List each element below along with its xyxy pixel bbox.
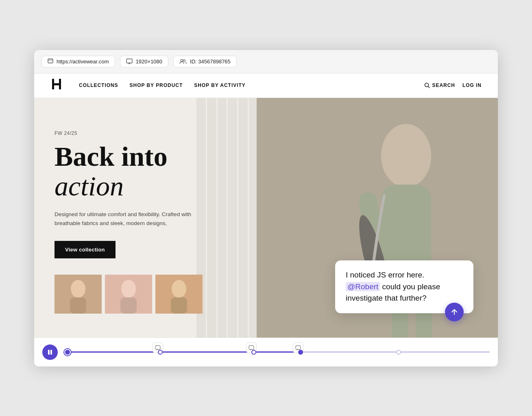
resolution-text: 1920×1080 bbox=[136, 58, 162, 65]
timeline-track[interactable] bbox=[64, 347, 490, 358]
nav-shop-activity[interactable]: SHOP BY ACTIVITY bbox=[194, 82, 246, 88]
svg-rect-26 bbox=[171, 297, 187, 314]
logo-icon bbox=[50, 78, 63, 90]
timeline-marker-2[interactable] bbox=[251, 350, 256, 355]
nav-links: COLLECTIONS SHOP BY PRODUCT SHOP BY ACTI… bbox=[79, 82, 424, 88]
website-content: COLLECTIONS SHOP BY PRODUCT SHOP BY ACTI… bbox=[34, 74, 498, 366]
svg-rect-2 bbox=[126, 59, 132, 63]
browser-bar: https://activewear.com 1920×1080 ID: 345… bbox=[34, 50, 498, 74]
url-bar[interactable]: https://activewear.com bbox=[41, 56, 115, 67]
thumb-image-2 bbox=[105, 275, 152, 314]
svg-rect-27 bbox=[48, 350, 50, 355]
comment-text: I noticed JS error here. @Robert could y… bbox=[346, 269, 463, 304]
timeline-marker-3[interactable] bbox=[298, 350, 303, 355]
search-icon bbox=[424, 82, 430, 88]
thumbnail-2[interactable] bbox=[105, 275, 152, 314]
svg-line-9 bbox=[428, 87, 430, 88]
nav-collections[interactable]: COLLECTIONS bbox=[79, 82, 118, 88]
comment-text-before: I noticed JS error here. bbox=[346, 271, 424, 279]
nav-shop-product[interactable]: SHOP BY PRODUCT bbox=[130, 82, 183, 88]
thumb-image-3 bbox=[155, 275, 203, 314]
resolution-pill: 1920×1080 bbox=[120, 56, 168, 67]
monitor-icon bbox=[126, 58, 133, 64]
browser-frame: https://activewear.com 1920×1080 ID: 345… bbox=[34, 50, 498, 366]
svg-rect-29 bbox=[155, 346, 160, 349]
svg-point-22 bbox=[121, 280, 136, 298]
hero-left-content: FW 24/25 Back into action Designed for u… bbox=[34, 98, 257, 338]
login-button[interactable]: LOG IN bbox=[462, 82, 482, 88]
timeline-playhead[interactable] bbox=[64, 349, 71, 355]
comment-card: I noticed JS error here. @Robert could y… bbox=[335, 260, 473, 313]
search-label: SEARCH bbox=[432, 82, 455, 88]
svg-rect-28 bbox=[50, 350, 52, 355]
comment-mention[interactable]: @Robert bbox=[346, 282, 380, 291]
search-button[interactable]: SEARCH bbox=[424, 82, 455, 88]
svg-rect-0 bbox=[48, 59, 53, 63]
svg-point-6 bbox=[181, 59, 183, 62]
hero-title: Back into action bbox=[55, 142, 236, 202]
timeline-line bbox=[64, 351, 490, 353]
hero-title-text: Back into bbox=[55, 141, 168, 172]
hero-season: FW 24/25 bbox=[55, 130, 236, 136]
hero-section: FW 24/25 Back into action Designed for u… bbox=[34, 98, 498, 338]
url-text: https://activewear.com bbox=[57, 58, 109, 65]
session-id-text: ID: 34567898765 bbox=[190, 58, 231, 65]
pause-icon bbox=[47, 349, 53, 355]
site-navigation: COLLECTIONS SHOP BY PRODUCT SHOP BY ACTI… bbox=[34, 74, 498, 98]
thumbnail-1[interactable] bbox=[55, 275, 102, 314]
thumbnail-3[interactable] bbox=[155, 275, 203, 314]
view-collection-button[interactable]: View collection bbox=[55, 241, 116, 258]
svg-point-7 bbox=[183, 60, 185, 61]
users-icon bbox=[179, 58, 187, 64]
thumb-image-1 bbox=[55, 275, 102, 314]
svg-rect-23 bbox=[120, 297, 137, 314]
timeline-progress bbox=[64, 351, 303, 353]
site-logo bbox=[50, 78, 63, 93]
send-icon bbox=[450, 308, 458, 316]
timeline-marker-1[interactable] bbox=[158, 350, 163, 355]
svg-point-25 bbox=[172, 280, 186, 298]
svg-rect-31 bbox=[296, 346, 301, 349]
hero-title-italic: action bbox=[55, 171, 124, 202]
svg-rect-20 bbox=[70, 297, 86, 314]
svg-rect-30 bbox=[249, 346, 254, 349]
timeline-marker-4[interactable] bbox=[396, 350, 401, 355]
send-comment-button[interactable] bbox=[445, 303, 464, 321]
pause-button[interactable] bbox=[42, 344, 58, 360]
browser-tab-icon bbox=[48, 58, 53, 64]
timeline-bar bbox=[34, 338, 498, 366]
hero-description: Designed for ultimate comfort and flexib… bbox=[55, 210, 193, 228]
nav-right-section: SEARCH LOG IN bbox=[424, 82, 482, 88]
thumbnail-row bbox=[55, 275, 236, 314]
svg-point-19 bbox=[71, 280, 85, 298]
session-pill: ID: 34567898765 bbox=[173, 56, 237, 67]
